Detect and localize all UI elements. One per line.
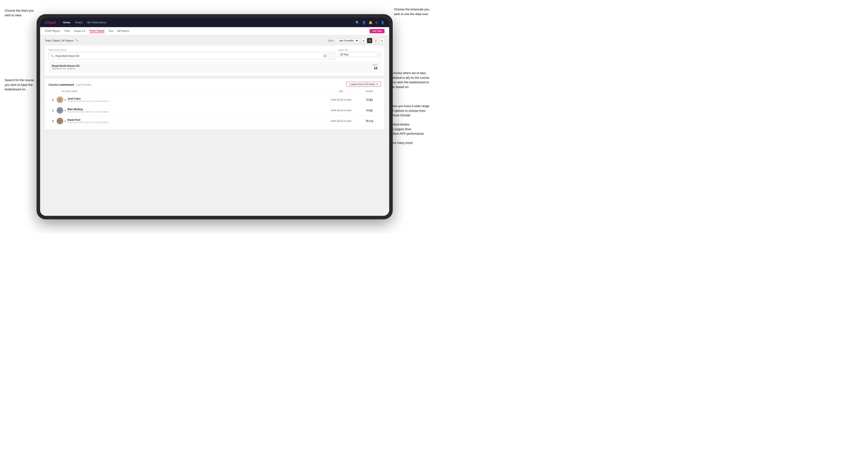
col-tee: TEE [322,90,360,92]
player-tee: White (M) (6,744 yds) [322,120,360,122]
find-course-label: Find a Golf Course [49,49,335,51]
time-period-select[interactable]: Last 3 months [336,38,359,43]
chevron-down-icon: ▾ [377,53,379,56]
heart-icon[interactable]: ♥ [65,120,66,122]
player-name: Josh Coles [67,97,322,100]
search-icon[interactable]: 🔍 [355,21,359,24]
app-logo: clippd [45,21,56,24]
heart-icon[interactable]: ♥ [65,109,66,112]
nav-link-home[interactable]: Home [63,21,70,24]
leaderboard-header: Course Leaderboard , Last 3 months Lowes… [49,82,381,87]
heart-icon[interactable]: ♥ [65,99,66,101]
annotation-top-right: Choose the timescale you wish to see the… [394,7,429,16]
annotation-bottom-right: Here you have a wide range of options to… [391,104,429,145]
team-header: Team Clippd | 14 Players ✏️ Show: Last 3… [45,38,384,43]
select-tee-label: Select Tee [338,49,381,51]
trophy-view-button[interactable]: 🏆 [373,38,378,43]
nav-icons: 🔍 👤 🔔 ⊙ 👤 [355,21,384,24]
col-score: SCORE [360,90,379,92]
annotation-bottom-left: Search for the course you wish to base t… [5,78,34,92]
subnav-tour[interactable]: Tour [108,30,113,33]
grid-view-button[interactable]: ⊞ [361,38,366,43]
table-row: 1 JC ♥ Josh Coles Royal North Devon Golf… [49,95,381,105]
player-rank: 1 [51,99,55,101]
player-info: David Ford Royal North Devon Golf Club, … [67,118,322,124]
favorite-button[interactable]: ☆ [328,53,333,59]
player-rank: 3 [51,120,55,122]
player-info: Blair McHarg Royal North Devon Golf Club… [67,108,322,113]
holes-count: 18 [372,66,377,70]
player-rank: 1 [51,109,55,112]
course-name: Royal North Devon GC [52,64,372,67]
score-type-button[interactable]: Lowest Score (18 holes) ▾ [346,82,381,87]
tablet-frame: clippd Home Teams My Performance 🔍 👤 🔔 ⊙… [36,14,393,219]
notifications-icon[interactable]: 🔔 [369,21,372,24]
subnav-pga[interactable]: PGA [65,30,70,33]
tee-select-value: All Tees [340,53,349,56]
subnav-all-players[interactable]: All Players [118,30,129,33]
dropdown-chevron-icon: ▾ [376,83,378,86]
holes-label: Holes [372,64,377,66]
view-icons: ⊞ ☰ 🏆 ⬇ [361,38,384,43]
player-tee: White (M) (6,744 yds) [322,99,360,101]
player-club: Royal North Devon Golf Club, United King… [67,100,322,102]
table-row: 1 BM ♥ Blair McHarg Royal North Devon Go… [49,105,381,116]
avatar: BM [57,107,63,114]
leaderboard-title: Course Leaderboard , Last 3 months [49,82,91,87]
avatar: JC [57,96,63,103]
course-search-card: Find a Golf Course 🔍 ✕ ☆ Select Tee All … [45,45,384,76]
nav-link-teams[interactable]: Teams [75,21,83,24]
team-title: Team Clippd | 14 Players [45,39,73,42]
col-player-name: PLAYER NAME [51,90,322,92]
nav-link-my-performance[interactable]: My Performance [87,21,106,24]
player-name: Blair McHarg [67,108,322,111]
download-button[interactable]: ⬇ [379,38,384,43]
course-search-input[interactable] [55,55,322,57]
player-score: 72 (E) [360,99,379,101]
clear-search-button[interactable]: ✕ [323,54,327,58]
player-tee: White (M) (6,744 yds) [322,109,360,112]
course-search-group: Find a Golf Course 🔍 ✕ ☆ [49,49,335,60]
add-team-button[interactable]: Add Team [370,29,384,33]
subnav: PGAT Players PGA Hcaps 1-5 Team Clippd T… [40,27,389,35]
tee-select-group: Select Tee All Tees ▾ [338,49,381,57]
main-content: Team Clippd | 14 Players ✏️ Show: Last 3… [40,35,389,216]
annotation-mid-right: Choose which set of tees (default is all… [392,71,429,89]
table-header: PLAYER NAME TEE SCORE [49,89,381,94]
player-club: Royal North Devon Golf Club, United King… [67,111,322,113]
player-score: 73 (+1) [360,120,379,122]
player-score: 72 (E) [360,109,379,112]
edit-team-icon[interactable]: ✏️ [75,39,79,42]
leaderboard-card: Course Leaderboard , Last 3 months Lowes… [45,79,384,130]
annotation-top-left: Choose the team you wish to view. [5,8,34,18]
avatar: DF [57,118,63,124]
player-club: Royal North Devon Golf Club, United King… [67,121,322,124]
search-icon: 🔍 [51,55,54,58]
list-view-button[interactable]: ☰ [367,38,372,43]
course-info: Royal North Devon GC Westward Ho!, Engla… [52,64,372,70]
profile-icon[interactable]: 👤 [362,21,366,24]
player-name: David Ford [67,118,322,121]
course-location: Westward Ho!, England [52,67,372,70]
tee-select-wrap[interactable]: All Tees ▾ [338,52,381,57]
account-icon[interactable]: 👤 [381,21,384,24]
course-search-row: Find a Golf Course 🔍 ✕ ☆ Select Tee All … [49,49,381,60]
search-input-wrap: 🔍 ✕ ☆ [49,52,335,60]
player-info: Josh Coles Royal North Devon Golf Club, … [67,97,322,102]
score-type-label: Lowest Score (18 holes) [349,83,375,86]
tablet-screen: clippd Home Teams My Performance 🔍 👤 🔔 ⊙… [40,18,389,216]
course-result: Royal North Devon GC Westward Ho!, Engla… [49,62,381,72]
table-row: 3 DF ♥ David Ford Royal North Devon Golf… [49,116,381,126]
subnav-hcaps[interactable]: Hcaps 1-5 [74,30,85,33]
team-header-right: Show: Last 3 months ⊞ ☰ 🏆 ⬇ [328,38,384,43]
navbar: clippd Home Teams My Performance 🔍 👤 🔔 ⊙… [40,18,389,27]
show-label: Show: [328,39,334,42]
subnav-pgat-players[interactable]: PGAT Players [45,30,60,33]
settings-icon[interactable]: ⊙ [375,21,378,24]
holes-badge: Holes 18 [372,64,377,70]
subnav-team-clippd[interactable]: Team Clippd [90,29,104,33]
